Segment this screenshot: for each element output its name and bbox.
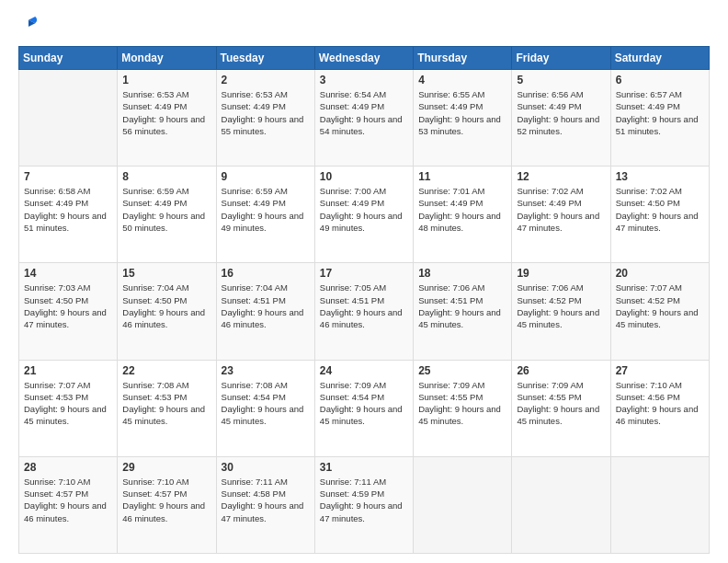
- day-info: Sunrise: 7:05 AMSunset: 4:51 PMDaylight:…: [320, 282, 408, 330]
- day-info: Sunrise: 7:02 AMSunset: 4:50 PMDaylight:…: [616, 185, 704, 234]
- calendar-cell: 22Sunrise: 7:08 AMSunset: 4:53 PMDayligh…: [118, 360, 216, 456]
- day-number: 13: [616, 170, 704, 183]
- day-info: Sunrise: 7:01 AMSunset: 4:49 PMDaylight:…: [418, 185, 506, 234]
- day-header-tuesday: Tuesday: [216, 47, 314, 70]
- calendar-cell: 16Sunrise: 7:04 AMSunset: 4:51 PMDayligh…: [216, 263, 314, 360]
- calendar-cell: [610, 456, 709, 553]
- day-info: Sunrise: 7:09 AMSunset: 4:55 PMDaylight:…: [418, 379, 506, 428]
- day-info: Sunrise: 7:09 AMSunset: 4:54 PMDaylight:…: [320, 379, 408, 428]
- day-info: Sunrise: 7:03 AMSunset: 4:50 PMDaylight:…: [24, 282, 112, 330]
- calendar-cell: 1Sunrise: 6:53 AMSunset: 4:49 PMDaylight…: [118, 70, 216, 167]
- calendar-cell: 9Sunrise: 6:59 AMSunset: 4:49 PMDaylight…: [216, 167, 314, 263]
- calendar-cell: 8Sunrise: 6:59 AMSunset: 4:49 PMDaylight…: [118, 167, 216, 263]
- day-info: Sunrise: 6:56 AMSunset: 4:49 PMDaylight:…: [517, 88, 605, 137]
- day-number: 24: [320, 364, 408, 377]
- calendar-cell: 2Sunrise: 6:53 AMSunset: 4:49 PMDaylight…: [216, 70, 314, 167]
- logo-icon: [18, 17, 39, 37]
- calendar-table: SundayMondayTuesdayWednesdayThursdayFrid…: [18, 46, 710, 554]
- calendar-cell: 19Sunrise: 7:06 AMSunset: 4:52 PMDayligh…: [512, 263, 610, 360]
- day-header-thursday: Thursday: [414, 47, 512, 70]
- day-number: 4: [418, 74, 506, 86]
- calendar-cell: 25Sunrise: 7:09 AMSunset: 4:55 PMDayligh…: [414, 360, 512, 456]
- calendar-cell: 28Sunrise: 7:10 AMSunset: 4:57 PMDayligh…: [19, 456, 118, 553]
- day-number: 27: [616, 364, 704, 377]
- day-number: 29: [122, 461, 210, 474]
- day-info: Sunrise: 6:59 AMSunset: 4:49 PMDaylight:…: [122, 185, 210, 234]
- day-info: Sunrise: 6:55 AMSunset: 4:49 PMDaylight:…: [418, 88, 506, 137]
- calendar-cell: 31Sunrise: 7:11 AMSunset: 4:59 PMDayligh…: [314, 456, 413, 553]
- calendar-cell: 6Sunrise: 6:57 AMSunset: 4:49 PMDaylight…: [610, 70, 709, 167]
- page: SundayMondayTuesdayWednesdayThursdayFrid…: [0, 0, 728, 563]
- day-number: 31: [320, 461, 408, 474]
- week-row-4: 21Sunrise: 7:07 AMSunset: 4:53 PMDayligh…: [19, 360, 710, 456]
- day-info: Sunrise: 7:02 AMSunset: 4:49 PMDaylight:…: [517, 185, 605, 234]
- logo: [18, 17, 40, 37]
- day-header-wednesday: Wednesday: [314, 47, 413, 70]
- calendar-cell: 5Sunrise: 6:56 AMSunset: 4:49 PMDaylight…: [512, 70, 610, 167]
- calendar-cell: 21Sunrise: 7:07 AMSunset: 4:53 PMDayligh…: [19, 360, 118, 456]
- day-info: Sunrise: 6:53 AMSunset: 4:49 PMDaylight:…: [122, 88, 210, 137]
- day-info: Sunrise: 7:11 AMSunset: 4:58 PMDaylight:…: [222, 476, 310, 524]
- day-number: 14: [24, 267, 112, 280]
- day-number: 26: [517, 364, 605, 377]
- day-info: Sunrise: 7:06 AMSunset: 4:51 PMDaylight:…: [418, 282, 506, 330]
- calendar-cell: 11Sunrise: 7:01 AMSunset: 4:49 PMDayligh…: [414, 167, 512, 263]
- day-number: 10: [320, 170, 408, 183]
- day-number: 8: [122, 170, 210, 183]
- calendar-cell: 15Sunrise: 7:04 AMSunset: 4:50 PMDayligh…: [118, 263, 216, 360]
- calendar-cell: 23Sunrise: 7:08 AMSunset: 4:54 PMDayligh…: [216, 360, 314, 456]
- day-number: 15: [122, 267, 210, 280]
- day-info: Sunrise: 6:54 AMSunset: 4:49 PMDaylight:…: [320, 88, 408, 137]
- day-info: Sunrise: 7:10 AMSunset: 4:57 PMDaylight:…: [122, 476, 210, 524]
- calendar-cell: 20Sunrise: 7:07 AMSunset: 4:52 PMDayligh…: [610, 263, 709, 360]
- day-info: Sunrise: 6:57 AMSunset: 4:49 PMDaylight:…: [616, 88, 704, 137]
- day-number: 11: [418, 170, 506, 183]
- day-number: 23: [222, 364, 310, 377]
- day-number: 16: [222, 267, 310, 280]
- day-number: 30: [222, 461, 310, 474]
- header: [18, 17, 710, 37]
- calendar-cell: 3Sunrise: 6:54 AMSunset: 4:49 PMDaylight…: [314, 70, 413, 167]
- day-number: 19: [517, 267, 605, 280]
- calendar-cell: 12Sunrise: 7:02 AMSunset: 4:49 PMDayligh…: [512, 167, 610, 263]
- day-number: 17: [320, 267, 408, 280]
- calendar-cell: 10Sunrise: 7:00 AMSunset: 4:49 PMDayligh…: [314, 167, 413, 263]
- day-info: Sunrise: 6:59 AMSunset: 4:49 PMDaylight:…: [222, 185, 310, 234]
- day-header-friday: Friday: [512, 47, 610, 70]
- day-number: 21: [24, 364, 112, 377]
- day-info: Sunrise: 7:06 AMSunset: 4:52 PMDaylight:…: [517, 282, 605, 330]
- day-number: 3: [320, 74, 408, 86]
- day-number: 7: [24, 170, 112, 183]
- day-number: 9: [222, 170, 310, 183]
- day-number: 25: [418, 364, 506, 377]
- calendar-cell: 17Sunrise: 7:05 AMSunset: 4:51 PMDayligh…: [314, 263, 413, 360]
- day-number: 6: [616, 74, 704, 86]
- day-number: 22: [122, 364, 210, 377]
- calendar-cell: [414, 456, 512, 553]
- day-number: 1: [122, 74, 210, 86]
- calendar-cell: [512, 456, 610, 553]
- day-info: Sunrise: 6:53 AMSunset: 4:49 PMDaylight:…: [222, 88, 310, 137]
- day-number: 28: [24, 461, 112, 474]
- day-number: 20: [616, 267, 704, 280]
- day-info: Sunrise: 7:07 AMSunset: 4:52 PMDaylight:…: [616, 282, 704, 330]
- calendar-cell: 30Sunrise: 7:11 AMSunset: 4:58 PMDayligh…: [216, 456, 314, 553]
- day-info: Sunrise: 7:07 AMSunset: 4:53 PMDaylight:…: [24, 379, 112, 428]
- day-number: 18: [418, 267, 506, 280]
- day-info: Sunrise: 7:09 AMSunset: 4:55 PMDaylight:…: [517, 379, 605, 428]
- calendar-cell: 14Sunrise: 7:03 AMSunset: 4:50 PMDayligh…: [19, 263, 118, 360]
- day-info: Sunrise: 7:08 AMSunset: 4:53 PMDaylight:…: [122, 379, 210, 428]
- day-info: Sunrise: 7:00 AMSunset: 4:49 PMDaylight:…: [320, 185, 408, 234]
- day-number: 5: [517, 74, 605, 86]
- calendar-cell: 4Sunrise: 6:55 AMSunset: 4:49 PMDaylight…: [414, 70, 512, 167]
- day-info: Sunrise: 7:04 AMSunset: 4:50 PMDaylight:…: [122, 282, 210, 330]
- calendar-cell: 26Sunrise: 7:09 AMSunset: 4:55 PMDayligh…: [512, 360, 610, 456]
- day-info: Sunrise: 7:10 AMSunset: 4:57 PMDaylight:…: [24, 476, 112, 524]
- week-row-5: 28Sunrise: 7:10 AMSunset: 4:57 PMDayligh…: [19, 456, 710, 553]
- day-info: Sunrise: 7:10 AMSunset: 4:56 PMDaylight:…: [616, 379, 704, 428]
- calendar-cell: [19, 70, 118, 167]
- day-number: 2: [222, 74, 310, 86]
- week-row-3: 14Sunrise: 7:03 AMSunset: 4:50 PMDayligh…: [19, 263, 710, 360]
- calendar-cell: 29Sunrise: 7:10 AMSunset: 4:57 PMDayligh…: [118, 456, 216, 553]
- day-header-sunday: Sunday: [19, 47, 118, 70]
